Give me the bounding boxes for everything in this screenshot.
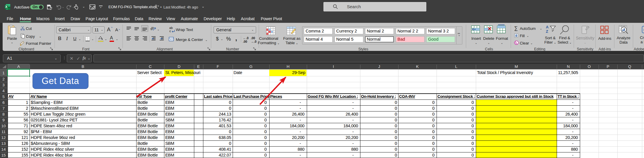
svg-text:X: X (5, 5, 7, 8)
